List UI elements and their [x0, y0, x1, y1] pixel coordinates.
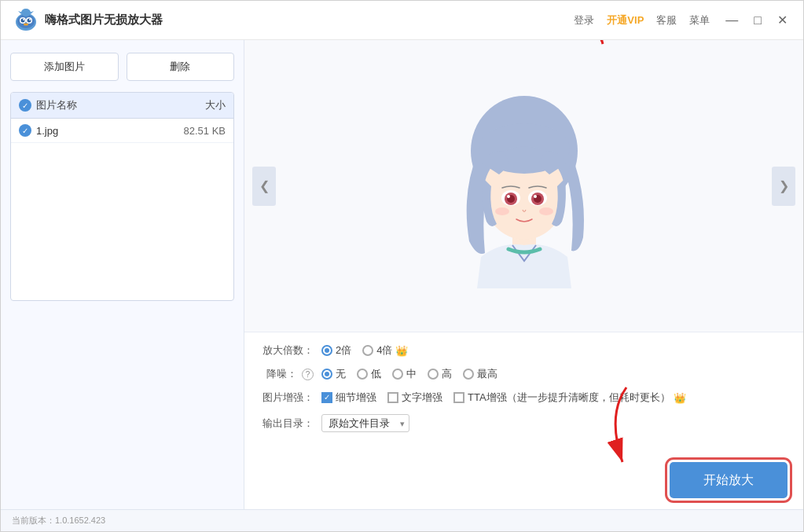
- col-name-label: 图片名称: [36, 98, 77, 112]
- denoise-max-radio[interactable]: [463, 369, 474, 380]
- denoise-mid-label: 中: [406, 367, 417, 381]
- denoise-none-radio[interactable]: [321, 369, 332, 380]
- titlebar: 嗨格式图片无损放大器 登录 开通VIP 客服 菜单 — □ ✕: [1, 1, 803, 40]
- denoise-mid-option[interactable]: 中: [392, 367, 417, 381]
- file-check-icon: ✓: [19, 124, 31, 137]
- denoise-high-option[interactable]: 高: [428, 367, 452, 381]
- minimize-button[interactable]: —: [722, 13, 741, 28]
- action-buttons: 添加图片 删除: [10, 53, 234, 81]
- main-content: 添加图片 删除 ✓ 图片名称 大小 ✓ 1.jpg 82.51 KB: [1, 40, 803, 509]
- output-label: 输出目录：: [260, 416, 314, 431]
- crown-icon-4x: 👑: [395, 345, 408, 357]
- magnify-4x-radio[interactable]: [362, 345, 373, 356]
- file-name: 1.jpg: [36, 125, 58, 137]
- delete-button[interactable]: 删除: [127, 53, 235, 81]
- magnify-controls: 2倍 4倍 👑: [321, 343, 408, 358]
- enhance-label: 图片增强：: [260, 391, 314, 405]
- denoise-low-option[interactable]: 低: [357, 367, 381, 381]
- crown-icon-tta: 👑: [674, 392, 686, 404]
- enhance-text-checkbox[interactable]: [387, 392, 398, 403]
- start-enlarge-button[interactable]: 开始放大: [670, 462, 787, 498]
- denoise-low-radio[interactable]: [357, 369, 368, 380]
- magnify-2x-radio[interactable]: [321, 345, 332, 356]
- menu-link[interactable]: 菜单: [689, 13, 710, 28]
- magnify-2x-option[interactable]: 2倍: [321, 343, 351, 358]
- window-controls: — □ ✕: [722, 13, 791, 28]
- file-table-header: ✓ 图片名称 大小: [11, 93, 233, 119]
- svg-point-9: [24, 23, 28, 25]
- denoise-help-icon[interactable]: ?: [302, 369, 314, 380]
- denoise-high-radio[interactable]: [428, 369, 439, 380]
- enhance-detail-option[interactable]: ✓ 细节增强: [321, 391, 376, 405]
- svg-point-4: [21, 18, 25, 22]
- settings-panel: 放大倍数： 2倍 4倍 👑: [244, 332, 803, 454]
- output-row: 输出目录： 原始文件目录: [260, 414, 787, 432]
- app-title: 嗨格式图片无损放大器: [45, 13, 574, 28]
- output-dropdown-wrap: 原始文件目录: [321, 414, 409, 432]
- left-panel: 添加图片 删除 ✓ 图片名称 大小 ✓ 1.jpg 82.51 KB: [1, 40, 244, 509]
- svg-point-6: [23, 19, 24, 20]
- denoise-high-label: 高: [442, 367, 452, 381]
- file-table: ✓ 图片名称 大小 ✓ 1.jpg 82.51 KB: [10, 92, 234, 301]
- denoise-none-label: 无: [336, 367, 346, 381]
- svg-point-5: [28, 18, 31, 22]
- next-image-button[interactable]: ❯: [772, 167, 795, 206]
- empty-file-area: [11, 143, 233, 300]
- enhance-text-label: 文字增强: [402, 391, 442, 405]
- header-check-icon: ✓: [19, 99, 31, 112]
- app-window: 嗨格式图片无损放大器 登录 开通VIP 客服 菜单 — □ ✕ 添加图片 删除 …: [0, 0, 804, 532]
- login-link[interactable]: 登录: [574, 13, 594, 28]
- denoise-mid-radio[interactable]: [392, 369, 403, 380]
- vip-link[interactable]: 开通VIP: [607, 13, 644, 28]
- prev-image-button[interactable]: ❮: [252, 167, 276, 206]
- arrow-indicator: [579, 40, 650, 48]
- app-logo: [13, 8, 39, 33]
- red-arrow-icon: [595, 383, 658, 470]
- denoise-max-label: 最高: [477, 367, 497, 381]
- bottom-row: 开始放大: [244, 454, 803, 509]
- col-size-label: 大小: [163, 98, 226, 112]
- svg-point-17: [507, 195, 510, 198]
- magnify-4x-label: 4倍: [376, 343, 392, 358]
- svg-point-23: [539, 207, 553, 215]
- enhance-text-option[interactable]: 文字增强: [387, 391, 442, 405]
- enhance-row: 图片增强： ✓ 细节增强 文字增强: [260, 391, 787, 405]
- close-button[interactable]: ✕: [774, 13, 791, 28]
- service-link[interactable]: 客服: [656, 13, 677, 28]
- enhance-detail-label: 细节增强: [336, 391, 376, 405]
- titlebar-actions: 登录 开通VIP 客服 菜单: [574, 13, 710, 28]
- enhance-detail-checkbox[interactable]: ✓: [321, 392, 332, 403]
- magnify-label: 放大倍数：: [260, 343, 314, 358]
- magnify-row: 放大倍数： 2倍 4倍 👑: [260, 343, 787, 358]
- denoise-max-option[interactable]: 最高: [463, 367, 497, 381]
- right-panel: ❮: [244, 40, 803, 509]
- svg-point-21: [534, 195, 537, 198]
- file-size: 82.51 KB: [163, 125, 226, 137]
- svg-point-7: [29, 19, 31, 20]
- version-bar: 当前版本：1.0.1652.423: [1, 509, 803, 531]
- preview-area: ❮: [244, 40, 803, 332]
- maximize-button[interactable]: □: [751, 13, 765, 28]
- preview-image: [438, 84, 611, 288]
- svg-point-22: [495, 207, 509, 215]
- magnify-4x-option[interactable]: 4倍 👑: [362, 343, 408, 358]
- file-row[interactable]: ✓ 1.jpg 82.51 KB: [11, 119, 233, 143]
- denoise-row: 降噪： ? 无 低 中: [260, 367, 787, 381]
- denoise-label: 降噪： ?: [260, 367, 314, 381]
- denoise-controls: 无 低 中 高: [321, 367, 497, 381]
- enhance-tta-checkbox[interactable]: [453, 392, 464, 403]
- output-directory-select[interactable]: 原始文件目录: [321, 414, 409, 432]
- denoise-low-label: 低: [371, 367, 381, 381]
- denoise-none-option[interactable]: 无: [321, 367, 346, 381]
- magnify-2x-label: 2倍: [336, 343, 351, 358]
- version-text: 当前版本：1.0.1652.423: [12, 515, 105, 526]
- add-image-button[interactable]: 添加图片: [10, 53, 119, 81]
- output-controls: 原始文件目录: [321, 414, 409, 432]
